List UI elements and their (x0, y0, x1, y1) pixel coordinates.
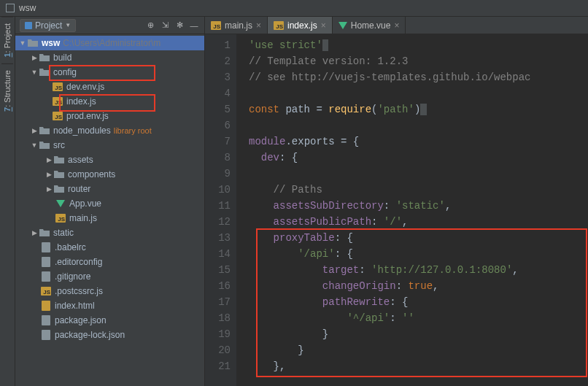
collapse-icon[interactable]: ⊕ (144, 20, 156, 31)
file-icon (40, 257, 52, 267)
tree-item-postcssrc[interactable]: JS .postcssrc.js (15, 284, 204, 298)
svg-rect-5 (42, 330, 50, 340)
expand-icon[interactable]: ⇲ (159, 20, 171, 31)
tree-root-path: C:\Users\Administrator\m (63, 38, 160, 48)
tree-root-label: wsw (42, 38, 60, 48)
window-title: wsw (19, 3, 36, 13)
project-tree[interactable]: ▼ wsw C:\Users\Administrator\m ▶ build ▼… (15, 34, 204, 386)
project-icon (25, 22, 32, 29)
gear-icon[interactable]: ✻ (174, 20, 185, 31)
chevron-down-icon: ▼ (18, 39, 27, 47)
line-gutter: 123456789101112131415161718192021 (205, 34, 237, 386)
js-file-icon: JS (52, 96, 63, 107)
tab-home-vue[interactable]: Home.vue × (333, 17, 406, 34)
svg-rect-1 (42, 257, 50, 267)
tree-item-components[interactable]: ▶ components (15, 167, 204, 182)
chevron-down-icon: ▼ (65, 22, 71, 28)
folder-icon (53, 169, 65, 180)
tree-item-babelrc[interactable]: .babelrc (15, 240, 204, 255)
app-icon (6, 4, 15, 12)
tree-item-index-html[interactable]: index.html (15, 298, 204, 313)
title-bar: wsw (0, 0, 588, 17)
js-file-icon: JS (55, 213, 66, 223)
chevron-down-icon: ▼ (30, 142, 39, 149)
vue-file-icon (55, 198, 66, 209)
json-file-icon (40, 242, 52, 252)
close-icon[interactable]: × (256, 20, 261, 31)
chevron-right-icon: ▶ (30, 229, 39, 236)
folder-icon (39, 126, 50, 136)
tree-item-src[interactable]: ▼ src (15, 138, 204, 153)
folder-icon (39, 67, 50, 77)
hide-icon[interactable]: — (188, 20, 200, 31)
tab-label: index.js (287, 20, 317, 31)
editor-area: JS main.js × JS index.js × Home.vue × 12… (205, 17, 588, 386)
tree-item-node-modules[interactable]: ▶ node_modules library root (15, 123, 204, 138)
folder-icon (53, 155, 65, 165)
close-icon[interactable]: × (394, 20, 399, 31)
tab-main-js[interactable]: JS main.js × (205, 17, 268, 34)
js-file-icon: JS (52, 82, 63, 92)
folder-icon (39, 53, 50, 63)
svg-rect-3 (42, 301, 50, 311)
js-file-icon: JS (52, 111, 63, 121)
tree-item-config[interactable]: ▼ config (15, 65, 204, 80)
panel-view-selector[interactable]: Project ▼ (20, 19, 76, 32)
tree-item-gitignore[interactable]: .gitignore (15, 269, 204, 284)
folder-icon (27, 38, 39, 48)
svg-rect-4 (42, 315, 50, 325)
folder-icon (39, 140, 50, 150)
project-panel-header: Project ▼ ⊕ ⇲ ✻ — (15, 17, 204, 34)
html-file-icon (40, 301, 52, 311)
tree-item-prod-env[interactable]: JS prod.env.js (15, 109, 204, 123)
chevron-down-icon: ▼ (30, 69, 39, 76)
tree-item-router[interactable]: ▶ router (15, 182, 204, 196)
tree-item-build[interactable]: ▶ build (15, 50, 204, 65)
svg-rect-0 (42, 242, 50, 252)
editor-tabs: JS main.js × JS index.js × Home.vue × (205, 17, 588, 34)
panel-title: Project (35, 20, 62, 31)
chevron-right-icon: ▶ (45, 171, 53, 178)
tree-item-package-lock[interactable]: package-lock.json (15, 328, 204, 342)
folder-icon (39, 228, 50, 238)
chevron-right-icon: ▶ (30, 54, 39, 61)
tree-root[interactable]: ▼ wsw C:\Users\Administrator\m (15, 36, 204, 50)
tree-item-assets[interactable]: ▶ assets (15, 153, 204, 167)
left-tool-gutter: 1: Project 7: Structure (0, 17, 15, 386)
js-file-icon: JS (40, 286, 52, 296)
project-panel: Project ▼ ⊕ ⇲ ✻ — ▼ wsw C:\Users\Adminis… (15, 17, 205, 386)
tree-item-index-js[interactable]: JS index.js (15, 94, 204, 109)
tree-item-editorconfig[interactable]: .editorconfig (15, 255, 204, 269)
svg-rect-2 (42, 271, 50, 282)
gutter-tab-structure[interactable]: 7: Structure (1, 63, 13, 117)
file-icon (40, 271, 52, 282)
folder-icon (53, 184, 65, 194)
chevron-right-icon: ▶ (45, 185, 53, 193)
json-file-icon (40, 330, 52, 340)
js-file-icon: JS (211, 21, 221, 30)
tree-item-dev-env[interactable]: JS dev.env.js (15, 80, 204, 94)
chevron-right-icon: ▶ (30, 127, 39, 134)
json-file-icon (40, 315, 52, 325)
tab-label: main.js (225, 20, 252, 31)
tree-item-main-js[interactable]: JS main.js (15, 211, 204, 225)
tree-item-static[interactable]: ▶ static (15, 225, 204, 240)
gutter-tab-project[interactable]: 1: Project (1, 17, 13, 63)
tab-label: Home.vue (351, 20, 391, 31)
close-icon[interactable]: × (321, 20, 326, 31)
chevron-right-icon: ▶ (45, 156, 53, 163)
code-content[interactable]: 'use strict' // Template version: 1.2.3 … (237, 34, 588, 386)
tree-item-app-vue[interactable]: App.vue (15, 196, 204, 211)
tab-index-js[interactable]: JS index.js × (268, 17, 333, 34)
js-file-icon: JS (274, 21, 284, 30)
vue-file-icon (339, 21, 347, 30)
tree-item-package-json[interactable]: package.json (15, 313, 204, 328)
code-editor[interactable]: 123456789101112131415161718192021 'use s… (205, 34, 588, 386)
